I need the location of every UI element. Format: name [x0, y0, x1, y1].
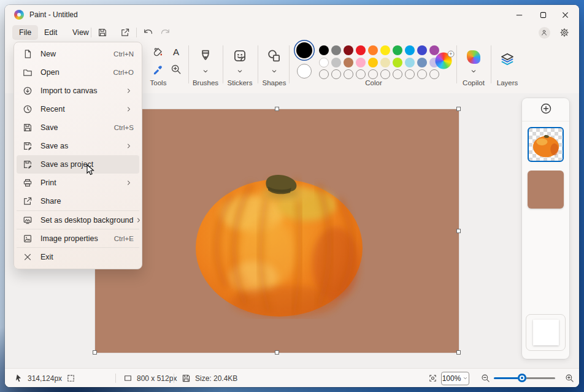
fill-tool-button[interactable]	[150, 45, 165, 60]
menu-item-label: New	[40, 50, 56, 58]
person-icon	[540, 29, 548, 36]
account-button[interactable]	[536, 26, 552, 39]
magnifier-icon	[171, 64, 182, 75]
menu-item-share[interactable]: Share	[17, 192, 139, 210]
zoom-in-button[interactable]	[561, 372, 577, 385]
fit-to-screen-button[interactable]	[425, 372, 440, 385]
menubar-divider-2	[136, 28, 137, 37]
redo-button[interactable]	[158, 26, 174, 39]
canvas-handle-top-center[interactable]	[275, 107, 279, 111]
palette-empty-slot[interactable]	[368, 69, 378, 79]
clock-icon	[23, 104, 33, 114]
edit-menu-button[interactable]: Edit	[37, 25, 64, 40]
palette-color-swatch[interactable]	[344, 45, 353, 55]
palette-color-swatch[interactable]	[417, 45, 427, 55]
palette-color-swatch[interactable]	[331, 45, 341, 55]
palette-color-swatch[interactable]	[344, 58, 353, 67]
palette-empty-slot[interactable]	[429, 69, 439, 79]
canvas-handle-top-right[interactable]	[456, 107, 461, 111]
palette-empty-slot[interactable]	[380, 69, 390, 79]
palette-empty-slot[interactable]	[417, 69, 427, 79]
close-icon	[561, 10, 570, 20]
menu-item-new[interactable]: NewCtrl+N	[17, 45, 139, 63]
menu-item-save-as[interactable]: Save as	[17, 137, 139, 155]
palette-empty-slot[interactable]	[405, 69, 415, 79]
paint-app-icon	[14, 10, 24, 20]
menu-item-set-as-desktop-background[interactable]: Set as desktop background	[17, 210, 139, 229]
background-layer-slot[interactable]	[526, 314, 566, 351]
text-tool-button[interactable]: A	[169, 45, 183, 60]
menu-item-label: Recent	[40, 105, 65, 113]
palette-color-swatch[interactable]	[405, 58, 415, 67]
brushes-button[interactable]	[198, 48, 213, 63]
stickers-label: Stickers	[228, 79, 253, 86]
saveas-icon	[23, 159, 33, 169]
palette-color-swatch[interactable]	[331, 58, 341, 67]
edit-colors-button[interactable]: +	[436, 53, 452, 69]
file-menu-button[interactable]: File	[12, 25, 38, 40]
palette-color-swatch[interactable]	[393, 45, 402, 55]
menu-item-import-to-canvas[interactable]: Import to canvas	[17, 82, 139, 100]
paint-canvas[interactable]	[95, 109, 459, 353]
primary-color-swatch[interactable]	[296, 42, 312, 58]
magnifier-tool-button[interactable]	[169, 62, 183, 77]
palette-color-swatch[interactable]	[319, 58, 329, 67]
menu-item-image-properties[interactable]: Image propertiesCtrl+E	[17, 229, 139, 247]
menu-item-open[interactable]: OpenCtrl+O	[17, 63, 139, 82]
palette-color-swatch[interactable]	[417, 58, 427, 67]
menu-item-print[interactable]: Print	[17, 174, 139, 192]
save-icon	[98, 28, 107, 37]
zoom-out-button[interactable]	[477, 372, 493, 385]
copilot-chevron-down-icon[interactable]	[470, 67, 477, 75]
file-size-icon	[182, 374, 191, 383]
palette-color-swatch[interactable]	[380, 58, 390, 67]
text-tool-icon: A	[171, 47, 182, 58]
palette-empty-slot[interactable]	[356, 69, 366, 79]
palette-empty-slot[interactable]	[319, 69, 329, 79]
canvas-handle-bottom-right[interactable]	[456, 350, 461, 355]
palette-color-swatch[interactable]	[356, 58, 366, 67]
shapes-label: Shapes	[262, 79, 286, 86]
palette-color-swatch[interactable]	[319, 45, 329, 55]
shapes-button[interactable]	[267, 48, 282, 63]
menu-item-label: Open	[40, 68, 60, 77]
palette-empty-slot[interactable]	[393, 69, 402, 79]
eyedropper-tool-button[interactable]	[150, 62, 165, 77]
add-layer-button[interactable]	[539, 102, 553, 117]
palette-color-swatch[interactable]	[393, 58, 402, 67]
canvas-handle-bottom-left[interactable]	[93, 350, 97, 355]
stickers-button[interactable]	[232, 48, 247, 63]
save-button[interactable]	[94, 26, 110, 39]
layer-thumbnail-background-color[interactable]	[528, 171, 564, 209]
palette-color-swatch[interactable]	[380, 45, 390, 55]
brushes-chevron-down-icon[interactable]	[202, 67, 209, 75]
shapes-icon	[267, 48, 282, 64]
settings-button[interactable]	[556, 26, 572, 39]
copilot-button[interactable]	[467, 50, 480, 64]
share-icon	[23, 196, 33, 206]
palette-empty-slot[interactable]	[331, 69, 341, 79]
share-button[interactable]	[117, 26, 133, 39]
menu-item-save-as-project[interactable]: Save as project	[17, 155, 139, 174]
stickers-chevron-down-icon[interactable]	[236, 67, 244, 75]
undo-button[interactable]	[140, 26, 156, 39]
layers-icon[interactable]	[500, 52, 515, 67]
menu-item-recent[interactable]: Recent	[17, 100, 139, 118]
palette-color-swatch[interactable]	[368, 45, 378, 55]
palette-color-swatch[interactable]	[405, 45, 415, 55]
menu-item-exit[interactable]: Exit	[17, 247, 139, 266]
minimize-button[interactable]	[506, 5, 532, 25]
zoom-slider-thumb[interactable]	[518, 374, 526, 382]
secondary-color-swatch[interactable]	[297, 64, 312, 79]
palette-color-swatch[interactable]	[356, 45, 366, 55]
canvas-handle-right[interactable]	[456, 229, 461, 233]
layer-thumbnail-pumpkin[interactable]	[528, 127, 564, 162]
menu-item-save[interactable]: SaveCtrl+S	[17, 118, 139, 137]
palette-empty-slot[interactable]	[344, 69, 353, 79]
zoom-level-dropdown[interactable]: 100%	[441, 372, 469, 385]
palette-color-swatch[interactable]	[368, 58, 378, 67]
canvas-handle-bottom-center[interactable]	[275, 350, 279, 355]
menu-item-shortcut: Ctrl+S	[114, 124, 134, 131]
close-button[interactable]	[552, 5, 578, 25]
shapes-chevron-down-icon[interactable]	[271, 67, 278, 75]
